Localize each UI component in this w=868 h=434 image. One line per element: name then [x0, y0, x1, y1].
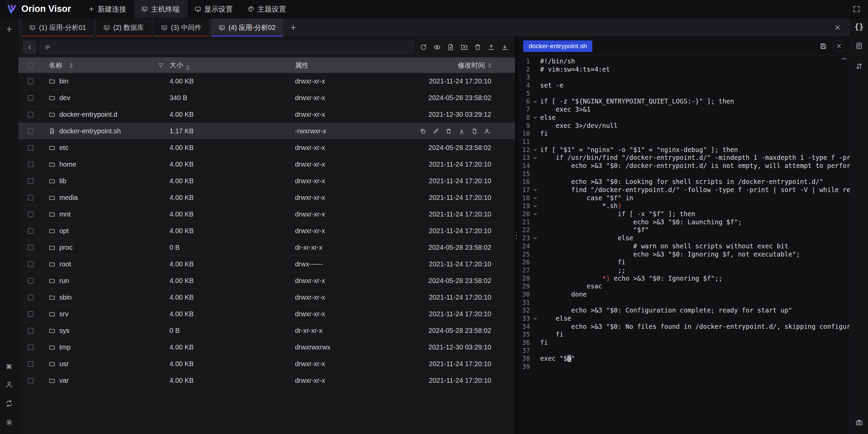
new-file-button[interactable]: [445, 42, 456, 53]
menu-new-connection[interactable]: 新建连接: [81, 0, 134, 18]
fullscreen-button[interactable]: [851, 4, 862, 15]
filter-button[interactable]: [158, 62, 164, 69]
row-checkbox[interactable]: [28, 228, 34, 234]
file-name[interactable]: root: [59, 260, 71, 268]
fold-toggle[interactable]: [530, 130, 540, 138]
preview-button[interactable]: [432, 42, 442, 53]
row-checkbox[interactable]: [28, 195, 34, 201]
fold-toggle[interactable]: [530, 363, 540, 371]
file-name[interactable]: run: [59, 277, 69, 285]
code-line[interactable]: 23 else: [518, 234, 850, 242]
file-name[interactable]: usr: [59, 360, 69, 368]
row-checkbox[interactable]: [28, 311, 34, 317]
command-palette-button[interactable]: ⌘: [7, 363, 12, 371]
editor-scrollbar-thumb[interactable]: [842, 58, 847, 59]
terminal-tab[interactable]: (1) 应用-分析01: [22, 18, 94, 37]
table-row[interactable]: proc 0 B dr-xr-xr-x 2024-05-28 23:58:02: [18, 239, 515, 256]
file-name[interactable]: docker-entrypoint.sh: [59, 127, 121, 135]
permission-button[interactable]: [484, 127, 491, 135]
sort-name[interactable]: [70, 63, 73, 68]
delete-button[interactable]: [472, 42, 483, 53]
fold-toggle[interactable]: [530, 275, 540, 283]
row-checkbox[interactable]: [28, 162, 34, 167]
new-folder-button[interactable]: [459, 42, 470, 53]
fold-toggle[interactable]: [530, 347, 540, 355]
fold-toggle[interactable]: [530, 339, 540, 347]
fold-toggle[interactable]: [530, 90, 540, 98]
fold-toggle[interactable]: [530, 323, 540, 331]
path-input[interactable]: [40, 41, 414, 54]
menu-display-settings[interactable]: 显示设置: [187, 0, 240, 18]
code-line[interactable]: 24 # warn on shell scripts without exec …: [518, 242, 850, 250]
code-line[interactable]: 15: [518, 170, 850, 178]
table-row[interactable]: bin 4.00 KB drwxr-xr-x 2021-11-24 17:20:…: [18, 73, 515, 90]
code-line[interactable]: 36 fi: [518, 339, 850, 347]
row-checkbox[interactable]: [28, 378, 34, 383]
table-row[interactable]: docker-entrypoint.sh 1.17 KB -rwxrwxr-x: [18, 123, 515, 139]
code-line[interactable]: 10 fi: [518, 130, 850, 138]
fold-toggle[interactable]: [530, 355, 540, 363]
file-name[interactable]: docker-entrypoint.d: [59, 111, 117, 118]
fold-toggle[interactable]: [530, 202, 540, 210]
settings-button[interactable]: [4, 417, 15, 428]
table-row[interactable]: home 4.00 KB drwxr-xr-x 2021-11-24 17:20…: [18, 156, 515, 173]
file-name[interactable]: tmp: [59, 343, 71, 351]
table-row[interactable]: etc 4.00 KB drwxr-xr-x 2024-05-28 23:58:…: [18, 139, 515, 156]
code-line[interactable]: 37: [518, 347, 850, 355]
code-line[interactable]: 9 exec 3>/dev/null: [518, 122, 850, 130]
row-checkbox[interactable]: [28, 328, 34, 334]
fold-toggle[interactable]: [530, 138, 540, 146]
fold-toggle[interactable]: [530, 186, 540, 194]
row-checkbox[interactable]: [28, 261, 34, 267]
file-name[interactable]: mnt: [59, 210, 71, 218]
code-line[interactable]: 14 echo >&3 "$0: /docker-entrypoint.d/ i…: [518, 162, 850, 170]
row-checkbox[interactable]: [28, 245, 34, 250]
fold-toggle[interactable]: [530, 146, 540, 154]
fold-toggle[interactable]: [530, 306, 540, 315]
terminal-tab[interactable]: (2) 数据库: [96, 18, 151, 37]
table-row[interactable]: dev 340 B drwxr-xr-x 2024-05-28 23:58:02: [18, 90, 515, 106]
fold-toggle[interactable]: [530, 210, 540, 218]
code-line[interactable]: 27 ;;: [518, 266, 850, 275]
table-row[interactable]: sys 0 B dr-xr-xr-x 2024-05-28 23:58:02: [18, 322, 515, 339]
fold-toggle[interactable]: [530, 97, 540, 106]
fold-toggle[interactable]: [530, 106, 540, 114]
fold-toggle[interactable]: [530, 258, 540, 266]
download-button[interactable]: [499, 42, 510, 53]
table-row[interactable]: lib 4.00 KB drwxr-xr-x 2021-11-24 17:20:…: [18, 173, 515, 189]
file-name[interactable]: media: [59, 194, 78, 202]
table-row[interactable]: mnt 4.00 KB drwxr-xr-x 2021-11-24 17:20:…: [18, 206, 515, 223]
user-button[interactable]: [4, 379, 15, 390]
code-line[interactable]: 19 *.sh): [518, 202, 850, 210]
menu-host-terminal[interactable]: 主机终端: [134, 0, 187, 18]
file-name[interactable]: srv: [59, 310, 68, 318]
file-name[interactable]: proc: [59, 244, 73, 251]
fold-toggle[interactable]: [530, 299, 540, 307]
code-line[interactable]: 18 case "$f" in: [518, 194, 850, 202]
code-line[interactable]: 38 exec "$@": [518, 355, 850, 363]
file-name[interactable]: lib: [59, 177, 66, 185]
fold-toggle[interactable]: [530, 250, 540, 259]
close-panel-button[interactable]: [832, 22, 843, 33]
screenshot-button[interactable]: [854, 417, 865, 428]
fold-toggle[interactable]: [530, 242, 540, 250]
row-checkbox[interactable]: [28, 78, 34, 84]
header-mtime[interactable]: 修改时间: [410, 61, 515, 70]
table-row[interactable]: sbin 4.00 KB drwxr-xr-x 2021-11-24 17:20…: [18, 289, 515, 306]
table-row[interactable]: opt 4.00 KB drwxr-xr-x 2021-11-24 17:20:…: [18, 223, 515, 239]
row-checkbox[interactable]: [28, 128, 34, 134]
file-name[interactable]: sys: [59, 327, 70, 335]
header-size[interactable]: 大小: [170, 60, 295, 70]
row-checkbox[interactable]: [28, 95, 34, 101]
file-name[interactable]: dev: [59, 94, 70, 102]
splitter-handle[interactable]: [516, 235, 517, 236]
file-name[interactable]: opt: [59, 227, 69, 235]
code-editor[interactable]: 1 #!/bin/sh 2 # vim:sw=4:ts=4:et 3 4 set…: [518, 55, 850, 434]
code-line[interactable]: 16 echo >&3 "$0: Looking for shell scrip…: [518, 178, 850, 186]
code-line[interactable]: 7 exec 3>&1: [518, 106, 850, 114]
row-checkbox[interactable]: [28, 211, 34, 217]
fold-toggle[interactable]: [530, 114, 540, 122]
code-line[interactable]: 25 echo >&3 "$0: Ignoring $f, not execut…: [518, 250, 850, 259]
code-line[interactable]: 32 echo >&3 "$0: Configuration complete;…: [518, 306, 850, 315]
row-checkbox[interactable]: [28, 361, 34, 367]
